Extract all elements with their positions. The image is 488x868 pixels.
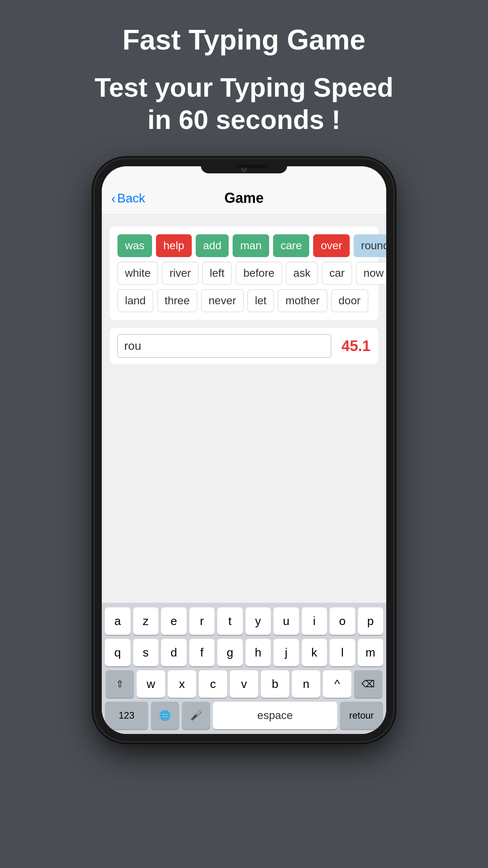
- key-m[interactable]: m: [358, 639, 383, 666]
- key-g[interactable]: g: [217, 639, 243, 666]
- typing-input[interactable]: [117, 334, 331, 358]
- app-title: Fast Typing Game: [123, 24, 366, 56]
- app-screen: ‹ Back Game was help add man: [102, 166, 386, 734]
- word-chip: was: [117, 234, 152, 257]
- key-h[interactable]: h: [246, 639, 271, 666]
- input-row: 45.1: [110, 328, 378, 364]
- nav-bar: ‹ Back Game: [102, 166, 386, 215]
- phone-speaker: [236, 165, 268, 168]
- key-u[interactable]: u: [273, 607, 299, 635]
- key-caret[interactable]: ^: [323, 670, 351, 698]
- key-j[interactable]: j: [273, 639, 299, 666]
- key-i[interactable]: i: [302, 607, 327, 635]
- chevron-left-icon: ‹: [111, 191, 116, 206]
- key-b[interactable]: b: [261, 670, 289, 698]
- key-z[interactable]: z: [133, 607, 159, 635]
- word-chip: car: [322, 262, 352, 285]
- word-chip: now: [356, 262, 386, 285]
- key-w[interactable]: w: [137, 670, 165, 698]
- word-chip: left: [202, 262, 232, 285]
- keyboard: a z e r t y u i o p q s: [102, 603, 386, 734]
- game-area: was help add man care over round white r…: [102, 215, 386, 603]
- return-key[interactable]: retour: [340, 702, 383, 729]
- key-d[interactable]: d: [161, 639, 187, 666]
- word-chip: river: [162, 262, 198, 285]
- key-t[interactable]: t: [217, 607, 243, 635]
- word-chip: care: [273, 234, 309, 257]
- timer-display: 45.1: [339, 338, 371, 355]
- key-k[interactable]: k: [302, 639, 327, 666]
- phone-mockup: ‹ Back Game was help add man: [95, 159, 393, 741]
- word-chip: add: [196, 234, 229, 257]
- back-label: Back: [117, 191, 145, 206]
- word-chip: over: [313, 234, 349, 257]
- spacer: [110, 372, 378, 591]
- key-123[interactable]: 123: [105, 702, 148, 729]
- word-chip: mother: [278, 289, 327, 312]
- word-chip: ask: [286, 262, 318, 285]
- key-e[interactable]: e: [161, 607, 187, 635]
- word-chip: let: [248, 289, 274, 312]
- space-key[interactable]: espace: [213, 702, 337, 729]
- word-chip: white: [117, 262, 158, 285]
- page-title: Game: [224, 190, 264, 206]
- keyboard-row-1: a z e r t y u i o p: [105, 607, 383, 635]
- key-r[interactable]: r: [189, 607, 215, 635]
- key-s[interactable]: s: [133, 639, 159, 666]
- word-chip-current: round: [354, 234, 386, 257]
- phone-screen: ‹ Back Game was help add man: [102, 166, 386, 734]
- keyboard-row-2: q s d f g h j k l m: [105, 639, 383, 666]
- app-subtitle: Test your Typing Speed in 60 seconds !: [95, 72, 394, 136]
- word-chip: land: [117, 289, 153, 312]
- key-l[interactable]: l: [330, 639, 355, 666]
- word-chip: before: [236, 262, 282, 285]
- phone-shell: ‹ Back Game was help add man: [95, 159, 393, 741]
- words-container: was help add man care over round white r…: [110, 226, 378, 320]
- keyboard-row-4: 123 🌐 🎤 espace retour: [105, 702, 383, 729]
- key-c[interactable]: c: [199, 670, 227, 698]
- key-f[interactable]: f: [189, 639, 215, 666]
- word-chip: never: [201, 289, 244, 312]
- key-y[interactable]: y: [246, 607, 271, 635]
- key-v[interactable]: v: [230, 670, 258, 698]
- word-chip: help: [156, 234, 192, 257]
- word-row-3: land three never let mother door: [117, 289, 371, 312]
- key-q[interactable]: q: [105, 639, 130, 666]
- key-a[interactable]: a: [105, 607, 130, 635]
- word-chip: door: [331, 289, 368, 312]
- key-mic[interactable]: 🎤: [182, 702, 210, 729]
- back-button[interactable]: ‹ Back: [111, 191, 145, 206]
- key-o[interactable]: o: [330, 607, 355, 635]
- delete-key[interactable]: ⌫: [354, 670, 382, 698]
- word-row-2: white river left before ask car now: [117, 262, 371, 285]
- word-chip: three: [157, 289, 197, 312]
- key-globe[interactable]: 🌐: [151, 702, 179, 729]
- word-chip: man: [233, 234, 269, 257]
- key-n[interactable]: n: [292, 670, 320, 698]
- keyboard-row-3: ⇧ w x c v b n ^ ⌫: [105, 670, 383, 698]
- key-x[interactable]: x: [168, 670, 196, 698]
- key-p[interactable]: p: [358, 607, 383, 635]
- shift-key[interactable]: ⇧: [106, 670, 134, 698]
- word-row-1: was help add man care over round: [117, 234, 371, 257]
